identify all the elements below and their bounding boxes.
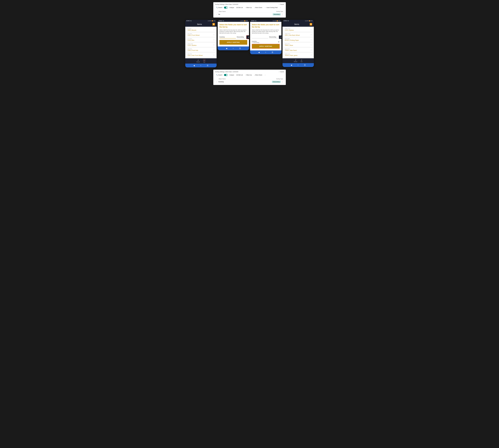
more-button[interactable]: ··· [264,74,266,76]
sort-button[interactable]: ⇌ Sort [203,59,205,63]
move-down-button[interactable]: ↓ Move Down [253,6,263,9]
edit-list-button[interactable]: ⊞ Edit List [236,74,244,76]
list-item[interactable]: 10000 | PCS 1120 | Spokes » [186,43,216,47]
move-down-button[interactable]: ↓ Move Down [253,74,263,76]
bottom-toolbar: 🔍 Search Analyze ⊞ Edit List ↑ Move Up ↓… [215,74,284,76]
edit-list-button[interactable]: ⊞ Edit List [236,6,244,9]
search-button[interactable]: 🔍 Search [215,6,223,9]
screen2-status-bar: EDA52 📷 1:20 PM 📶 82% [218,20,249,22]
menu-nav-icon[interactable]: ☰ [207,64,208,66]
screen1-bottom-toolbar: ↺ Refresh ⇌ Sort [185,58,216,64]
refresh-button[interactable]: ↺ Refresh [294,59,297,62]
list-item[interactable]: 200 | PCS 1151 | Axle Front Wheel » [186,53,216,57]
device-name: EDA52 [284,20,287,21]
move-up-button[interactable]: ↑ Move Up [244,74,253,76]
move-up-button[interactable]: ↑ Move Up [244,6,253,9]
saved-label: ✓ Saved [279,4,284,5]
insert-icon: ← [265,7,266,8]
item-name: 70104 | Paint, green [285,55,298,56]
menu-nav-icon[interactable]: ☰ [272,51,273,53]
row-type-cell: Ascending ⋮ [273,13,283,15]
screen1-items-list: 50 | PCS 1000 | Bicycle » 152 | PCS 1100… [185,27,216,58]
sort-icon: ⇌ [301,59,302,61]
list-item[interactable]: 417 | PCS 1110 | Rim » [186,37,216,42]
chevron-right-icon: » [311,44,312,46]
back-nav-icon[interactable]: ◀ [226,47,227,49]
apply-sorting-button[interactable]: APPLY SORTING [252,44,280,49]
analyze-toggle[interactable] [224,7,228,9]
item-meta: 200 | PCS [187,48,198,49]
dots-button[interactable]: ⋮ [281,81,283,83]
top-toolbar: 🔍 Search Analyze ⊞ Edit List ↑ Move Up ↓… [215,6,284,9]
camera-icon: 📷 [190,20,192,21]
panel-row[interactable]: → No Ascending ⋮ [215,13,284,16]
device-name: EDA52 [251,20,255,21]
list-item[interactable]: 10000 | PCS 1120 | Spokes » [283,27,313,32]
apply-sorting-button[interactable]: APPLY SORTING [219,40,247,45]
item-meta: 10000 | PCS [285,28,294,29]
more-button[interactable]: ··· [279,6,282,9]
item-name: 70000 | Side Panel [285,49,297,51]
back-nav-icon[interactable]: ◀ [193,64,195,66]
dialog-desc: Select a field from the drop-down list, … [219,29,247,34]
status-right: 1:18 PM 📶 82% [208,20,216,21]
move-up-icon: ↑ [245,74,246,76]
list-item[interactable]: 3788 | CAN 70104 | Paint, green » [283,53,313,57]
refresh-button[interactable]: ↺ Refresh [196,59,200,63]
battery: 82% [246,20,248,21]
add-button[interactable]: ADD [247,35,249,39]
screen4-nav-bar: ◀ ○ ☰ [283,63,314,67]
list-item[interactable]: 200 | PCS 1150 | Front Hub » [186,48,216,52]
row-object-name: Inventory [218,81,272,82]
screen3-screen: Select the fields you want to sort the l… [250,22,282,50]
edit-list-icon: ⊞ [236,7,238,8]
home-nav-icon[interactable]: ○ [298,64,299,66]
analyze-button[interactable]: Analyze [229,6,235,9]
delete-icon[interactable]: 🗑 [278,41,280,43]
menu-nav-icon[interactable]: ☰ [239,47,241,49]
panel-header: Sorting Settings | Work Date: 1/23/2025 … [215,4,284,5]
filter-icon[interactable]: 🔽 [212,23,215,26]
dots-button[interactable]: ⋮ [281,13,283,15]
chevron-right-icon: » [214,39,214,41]
panel-row[interactable]: → Inventory Descending ⋮ [215,80,284,83]
sort-button[interactable]: ⇌ Sort [301,59,302,62]
back-nav-icon[interactable]: ◀ [291,64,292,66]
chevron-right-icon: » [311,34,312,36]
type-badge: Ascending [273,13,281,15]
panel-header: Sorting Settings | Work Date: 1/23/2025 … [215,71,284,73]
sort-field-input[interactable] [252,36,268,38]
screen1-nav-bar: ◀ ○ ☰ [185,64,216,67]
item-meta: 10000 | PCS [187,43,197,45]
menu-nav-icon[interactable]: ☰ [304,64,306,66]
home-nav-icon[interactable]: ○ [200,64,201,66]
list-item[interactable]: 152 | PCS 1100 | Front Wheel » [186,32,216,37]
list-item[interactable]: 50 | PCS 1000 | Bicycle » [186,27,216,32]
insert-sorting-field-button[interactable]: ← Insert Sorting Field [264,6,279,9]
list-item[interactable]: 4324 | PCS 70000 | Side Panel » [283,48,313,52]
screen4-app-header: Items 🔽 [283,22,314,27]
home-nav-icon[interactable]: ○ [265,51,266,53]
sort-direction-input[interactable] [237,36,246,38]
list-item[interactable]: 10000 | PCS 1251 | Axle Back Wheel » [283,32,313,37]
add-button[interactable]: ADD [279,35,282,39]
screen2-screen: Select the fields you want to sort the l… [218,22,249,47]
camera-icon: 📷 [223,20,224,21]
analyze-toggle[interactable] [224,74,228,76]
sort-direction-input[interactable] [269,36,278,38]
chevron-right-icon: » [311,49,312,51]
screen4-bottom-toolbar: ↺ Refresh ⇌ Sort [283,58,314,63]
sort-field-input[interactable] [219,36,236,38]
screen4-items-list: 10000 | PCS 1120 | Spokes » 10000 | PCS … [283,27,314,58]
filter-icon[interactable]: 🔽 [310,23,312,26]
list-item[interactable]: 6592 | BOX 80100 | Printing Paper » [283,37,313,42]
camera-icon: 📷 [255,20,256,21]
back-nav-icon[interactable]: ◀ [258,51,260,53]
search-button[interactable]: 🔍 Search [215,74,223,76]
chevron-right-icon: » [214,29,214,31]
list-item[interactable]: 4325 | PCS 70001 | Base » [283,43,313,47]
analyze-button[interactable]: Analyze [229,74,235,76]
item-name: 1150 | Front Hub [187,49,198,51]
item-meta: 4325 | PCS [285,43,293,45]
home-nav-icon[interactable]: ○ [233,47,234,49]
